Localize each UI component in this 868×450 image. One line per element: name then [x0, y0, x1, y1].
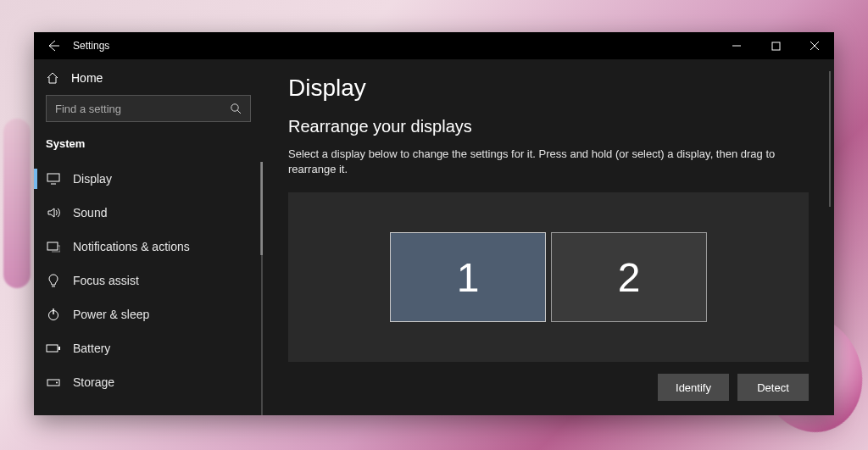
svg-rect-6 — [58, 347, 60, 350]
search-input[interactable] — [55, 103, 230, 115]
back-button[interactable] — [34, 32, 73, 59]
sidebar-nav: Display Sound Notifications & actions — [34, 162, 263, 415]
home-label: Home — [71, 71, 103, 85]
sidebar-item-label: Focus assist — [73, 274, 139, 287]
home-icon — [46, 71, 59, 85]
sidebar-item-label: Notifications & actions — [73, 240, 190, 253]
sidebar-item-label: Power & sleep — [73, 308, 149, 321]
search-box[interactable] — [46, 95, 251, 122]
sidebar-item-label: Display — [73, 172, 112, 186]
svg-rect-5 — [47, 345, 58, 352]
notifications-icon — [46, 241, 61, 253]
display-icon — [46, 173, 61, 185]
svg-rect-0 — [772, 42, 780, 50]
svg-point-1 — [231, 104, 238, 111]
svg-rect-2 — [47, 174, 59, 181]
home-button[interactable]: Home — [34, 59, 263, 95]
button-label: Detect — [757, 381, 789, 394]
identify-button[interactable]: Identify — [658, 374, 729, 401]
page-title: Display — [288, 75, 809, 102]
sidebar-group-label: System — [34, 134, 263, 162]
close-icon — [810, 41, 820, 51]
sidebar-item-sound[interactable]: Sound — [34, 196, 263, 230]
arrow-left-icon — [47, 39, 60, 53]
sidebar-item-label: Battery — [73, 342, 110, 355]
detect-button[interactable]: Detect — [737, 374, 809, 401]
titlebar: Settings — [34, 32, 834, 59]
monitor-label: 1 — [457, 254, 480, 301]
window-title: Settings — [73, 40, 109, 52]
sidebar-item-storage[interactable]: Storage — [34, 365, 263, 399]
settings-window: Settings Home — [34, 32, 834, 415]
content-scrollbar[interactable] — [829, 71, 831, 207]
content-area: Display Rearrange your displays Select a… — [263, 59, 834, 415]
search-icon — [230, 103, 242, 114]
wallpaper-accent-left — [3, 119, 31, 288]
display-arrangement-area[interactable]: 1 2 — [288, 192, 809, 362]
focus-assist-icon — [46, 274, 61, 287]
maximize-button[interactable] — [756, 32, 795, 59]
section-title: Rearrange your displays — [288, 117, 809, 136]
section-description: Select a display below to change the set… — [288, 147, 809, 177]
sidebar-item-focus-assist[interactable]: Focus assist — [34, 264, 263, 297]
minimize-button[interactable] — [717, 32, 756, 59]
storage-icon — [46, 377, 61, 387]
minimize-icon — [732, 41, 742, 51]
sidebar: Home System Display — [34, 59, 263, 415]
close-button[interactable] — [795, 32, 834, 59]
sidebar-item-power-sleep[interactable]: Power & sleep — [34, 297, 263, 331]
power-icon — [46, 308, 61, 321]
monitor-label: 2 — [618, 254, 641, 301]
button-label: Identify — [676, 381, 711, 394]
svg-rect-3 — [47, 242, 58, 250]
monitor-2[interactable]: 2 — [551, 232, 707, 322]
maximize-icon — [771, 42, 781, 51]
sidebar-item-notifications[interactable]: Notifications & actions — [34, 230, 263, 264]
sidebar-item-label: Storage — [73, 375, 114, 389]
monitor-1[interactable]: 1 — [390, 232, 546, 322]
sidebar-item-battery[interactable]: Battery — [34, 331, 263, 365]
battery-icon — [46, 343, 61, 353]
sidebar-item-display[interactable]: Display — [34, 162, 263, 196]
svg-point-8 — [56, 382, 58, 384]
sound-icon — [46, 207, 61, 219]
sidebar-item-label: Sound — [73, 206, 107, 219]
